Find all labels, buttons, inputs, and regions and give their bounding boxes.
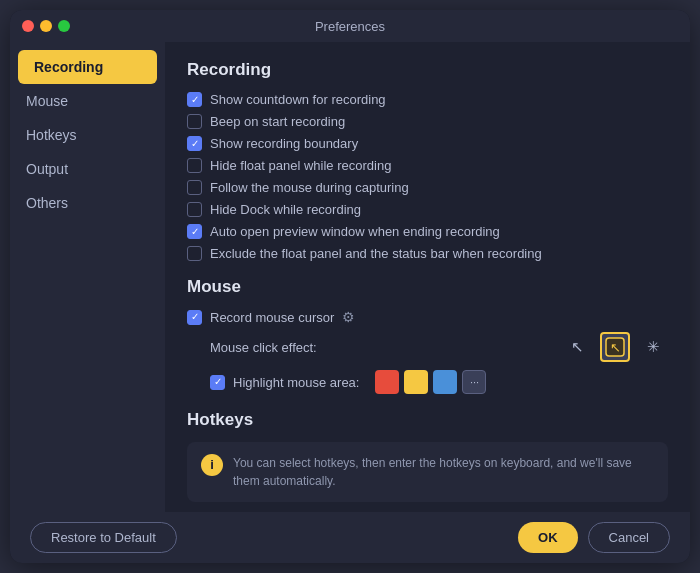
checkbox-exclude-float: Exclude the float panel and the status b… (187, 246, 668, 261)
color-swatch-blue[interactable] (433, 370, 457, 394)
checkbox-hide-dock-input[interactable] (187, 202, 202, 217)
checkbox-highlight-input[interactable] (210, 375, 225, 390)
content-area: Recording Mouse Hotkeys Output Others Re… (10, 42, 690, 512)
main-content: Recording Show countdown for recording B… (165, 42, 690, 512)
cancel-button[interactable]: Cancel (588, 522, 670, 553)
click-icon-ripple[interactable]: ✳ (638, 332, 668, 362)
checkbox-hide-float-label: Hide float panel while recording (210, 158, 391, 173)
checkbox-auto-preview: Auto open preview window when ending rec… (187, 224, 668, 239)
checkbox-show-boundary-label: Show recording boundary (210, 136, 358, 151)
checkbox-hide-float-input[interactable] (187, 158, 202, 173)
checkbox-show-countdown-label: Show countdown for recording (210, 92, 386, 107)
recording-section: Recording Show countdown for recording B… (187, 60, 668, 261)
checkbox-beep-start-label: Beep on start recording (210, 114, 345, 129)
click-icon-highlight[interactable]: ↖ (600, 332, 630, 362)
checkbox-record-cursor-label: Record mouse cursor (210, 310, 334, 325)
checkbox-beep-start: Beep on start recording (187, 114, 668, 129)
click-icon-arrow[interactable]: ↖ (562, 332, 592, 362)
checkbox-show-boundary: Show recording boundary (187, 136, 668, 151)
checkbox-show-countdown-input[interactable] (187, 92, 202, 107)
cursor-highlight-svg: ↖ (605, 337, 625, 357)
more-colors-button[interactable]: ··· (462, 370, 486, 394)
checkbox-hide-float: Hide float panel while recording (187, 158, 668, 173)
sidebar-item-output[interactable]: Output (10, 152, 165, 186)
info-icon: i (201, 454, 223, 476)
maximize-button[interactable] (58, 20, 70, 32)
color-swatch-red[interactable] (375, 370, 399, 394)
checkbox-record-cursor-input[interactable] (187, 310, 202, 325)
sidebar-item-hotkeys[interactable]: Hotkeys (10, 118, 165, 152)
mouse-section: Mouse Record mouse cursor ⚙ Mouse click … (187, 277, 668, 394)
checkbox-show-boundary-input[interactable] (187, 136, 202, 151)
sidebar: Recording Mouse Hotkeys Output Others (10, 42, 165, 512)
preferences-window: Preferences Recording Mouse Hotkeys Outp… (10, 10, 690, 563)
checkbox-hide-dock: Hide Dock while recording (187, 202, 668, 217)
checkbox-auto-preview-input[interactable] (187, 224, 202, 239)
footer: Restore to Default OK Cancel (10, 512, 690, 563)
checkbox-beep-start-input[interactable] (187, 114, 202, 129)
hotkeys-section-title: Hotkeys (187, 410, 668, 430)
titlebar: Preferences (10, 10, 690, 42)
checkbox-follow-mouse: Follow the mouse during capturing (187, 180, 668, 195)
gear-icon[interactable]: ⚙ (342, 309, 355, 325)
mouse-section-title: Mouse (187, 277, 668, 297)
minimize-button[interactable] (40, 20, 52, 32)
sidebar-item-recording[interactable]: Recording (18, 50, 157, 84)
svg-text:↖: ↖ (610, 340, 621, 355)
restore-default-button[interactable]: Restore to Default (30, 522, 177, 553)
hotkeys-section: Hotkeys i You can select hotkeys, then e… (187, 410, 668, 502)
checkbox-auto-preview-label: Auto open preview window when ending rec… (210, 224, 500, 239)
checkbox-exclude-float-label: Exclude the float panel and the status b… (210, 246, 542, 261)
checkbox-hide-dock-label: Hide Dock while recording (210, 202, 361, 217)
checkbox-follow-mouse-label: Follow the mouse during capturing (210, 180, 409, 195)
mouse-click-effect-row: Mouse click effect: ↖ ↖ ✳ (210, 332, 668, 362)
checkbox-follow-mouse-input[interactable] (187, 180, 202, 195)
footer-right-buttons: OK Cancel (518, 522, 670, 553)
hotkeys-info-box: i You can select hotkeys, then enter the… (187, 442, 668, 502)
hotkeys-info-text: You can select hotkeys, then enter the h… (233, 454, 654, 490)
ok-button[interactable]: OK (518, 522, 578, 553)
traffic-lights (22, 20, 70, 32)
highlight-mouse-area-label: Highlight mouse area: (233, 375, 359, 390)
close-button[interactable] (22, 20, 34, 32)
color-swatches: ··· (375, 370, 486, 394)
checkbox-exclude-float-input[interactable] (187, 246, 202, 261)
highlight-row: Highlight mouse area: ··· (210, 370, 668, 394)
checkbox-show-countdown: Show countdown for recording (187, 92, 668, 107)
recording-section-title: Recording (187, 60, 668, 80)
sidebar-item-mouse[interactable]: Mouse (10, 84, 165, 118)
color-swatch-yellow[interactable] (404, 370, 428, 394)
checkbox-record-cursor: Record mouse cursor ⚙ (187, 309, 668, 325)
sidebar-item-others[interactable]: Others (10, 186, 165, 220)
mouse-click-effect-label: Mouse click effect: (210, 340, 317, 355)
window-title: Preferences (315, 19, 385, 34)
